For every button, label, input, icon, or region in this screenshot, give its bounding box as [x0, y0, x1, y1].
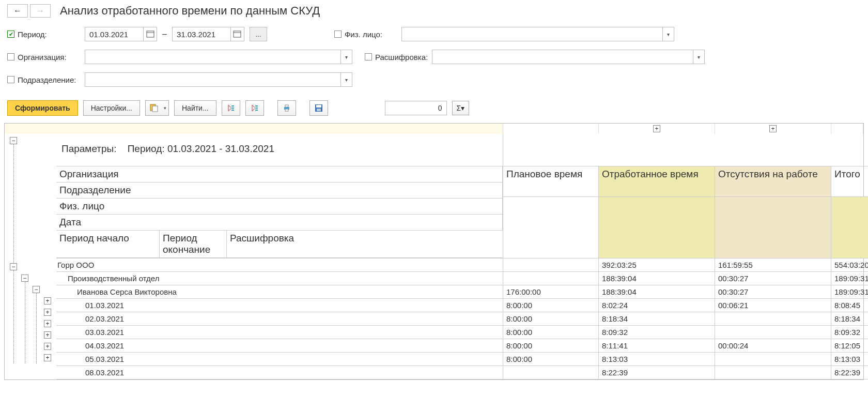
- svg-rect-0: [147, 31, 154, 37]
- svg-rect-13: [285, 105, 288, 107]
- print-button[interactable]: [277, 100, 296, 116]
- row-label[interactable]: 01.03.2021: [56, 299, 503, 312]
- chevron-down-icon[interactable]: ▾: [662, 27, 674, 41]
- rassh-checkbox[interactable]: [365, 53, 372, 60]
- row-label[interactable]: 08.03.2021: [56, 366, 503, 379]
- calendar-icon[interactable]: [230, 27, 244, 41]
- sum-button[interactable]: Σ▾: [452, 101, 470, 115]
- row-total: 189:09:31: [831, 285, 868, 299]
- header-rassh: Расшифровка: [227, 231, 503, 258]
- tree-toggle-subdiv[interactable]: −: [21, 275, 28, 282]
- row-worked: 188:39:04: [599, 285, 715, 299]
- period-from-input[interactable]: 01.03.2021: [85, 27, 157, 41]
- variants-button[interactable]: ▾: [145, 100, 169, 116]
- row-absent: 00:06:21: [715, 299, 831, 312]
- floppy-icon: [315, 104, 323, 112]
- header-period-start: Период начало: [56, 231, 160, 258]
- phys-label: Физ. лицо:: [345, 30, 382, 39]
- find-button[interactable]: Найти...: [174, 100, 216, 116]
- tree-toggle-date[interactable]: +: [44, 354, 51, 361]
- period-choose-button[interactable]: ...: [250, 27, 267, 41]
- row-label[interactable]: 02.03.2021: [56, 312, 503, 326]
- org-combo[interactable]: ▾: [85, 50, 352, 64]
- phys-checkbox[interactable]: [334, 31, 342, 38]
- row-worked: 8:02:24: [599, 299, 715, 312]
- svg-rect-8: [231, 110, 234, 111]
- arrow-left-icon: ←: [13, 7, 22, 15]
- phys-label-wrap: Физ. лицо:: [334, 30, 401, 39]
- sub-combo[interactable]: ▾: [85, 72, 352, 87]
- row-total: 8:13:03: [831, 353, 868, 366]
- form-button[interactable]: Сформировать: [7, 100, 78, 116]
- row-plan: 8:00:00: [503, 326, 599, 339]
- expand-bar: + +: [5, 124, 863, 134]
- org-label-wrap: Организация:: [7, 53, 85, 62]
- row-plan: [503, 366, 599, 379]
- tree-toggle-person[interactable]: −: [33, 286, 40, 293]
- tree-toggle-top[interactable]: −: [10, 137, 17, 144]
- tree-toggle-date[interactable]: +: [44, 331, 51, 339]
- row-absent: 00:00:24: [715, 339, 831, 353]
- phys-combo[interactable]: ▾: [401, 27, 674, 41]
- row-absent: [715, 353, 831, 366]
- report-params: Параметры: Период: 01.03.2021 - 31.03.20…: [56, 134, 503, 166]
- top-bar: ← → Анализ отработанного времени по данн…: [0, 0, 868, 23]
- period-label-wrap: ✔ Период:: [7, 30, 85, 39]
- printer-icon: [283, 104, 291, 112]
- chevron-down-icon[interactable]: ▾: [340, 73, 352, 86]
- sum-value-input[interactable]: 0: [385, 101, 447, 115]
- sub-checkbox[interactable]: [7, 76, 14, 83]
- svg-rect-7: [231, 108, 234, 109]
- collapse-icon: [251, 104, 259, 112]
- chevron-down-icon: ▾: [164, 105, 166, 111]
- row-label[interactable]: 03.03.2021: [56, 326, 503, 339]
- period-to-input[interactable]: 31.03.2021: [172, 27, 244, 41]
- report-grid: − − − − + + + + + +: [5, 134, 863, 379]
- tree-toggle-date[interactable]: +: [44, 343, 51, 350]
- header-sub: Подразделение: [56, 182, 503, 199]
- arrow-right-icon: →: [36, 7, 44, 15]
- row-worked: 8:11:41: [599, 339, 715, 353]
- row-label[interactable]: Производственный отдел: [56, 272, 503, 285]
- svg-rect-10: [255, 108, 258, 109]
- group-header-cell: Организация Подразделение Физ. лицо Дата…: [56, 166, 503, 258]
- col-expand-absent[interactable]: +: [769, 125, 777, 132]
- tree-toggle-date[interactable]: +: [44, 320, 51, 327]
- row-label[interactable]: Горр ООО: [56, 258, 503, 272]
- save-button[interactable]: [309, 100, 328, 116]
- row-label[interactable]: Иванова Серса Викторовна: [56, 285, 503, 299]
- tree-toggle-date[interactable]: +: [44, 297, 51, 304]
- header-worked: Отработанное время: [599, 166, 715, 197]
- chevron-down-icon[interactable]: ▾: [693, 50, 704, 64]
- nav-back-button[interactable]: ←: [7, 4, 28, 18]
- row-worked: 392:03:25: [599, 258, 715, 272]
- svg-rect-2: [234, 31, 241, 37]
- nav-forward-button[interactable]: →: [30, 4, 51, 18]
- row-label[interactable]: 05.03.2021: [56, 353, 503, 366]
- chevron-down-icon[interactable]: ▾: [340, 50, 352, 64]
- svg-rect-16: [316, 105, 321, 108]
- expand-all-button[interactable]: [222, 100, 240, 116]
- settings-button[interactable]: Настройки...: [83, 100, 140, 116]
- row-worked: 188:39:04: [599, 272, 715, 285]
- org-checkbox[interactable]: [7, 53, 14, 60]
- collapse-all-button[interactable]: [245, 100, 264, 116]
- header-absent: Отсутствия на работе: [715, 166, 831, 197]
- row-absent: 00:30:27: [715, 272, 831, 285]
- calendar-icon[interactable]: [143, 27, 157, 41]
- svg-rect-9: [255, 105, 258, 106]
- tree-toggle-date[interactable]: +: [44, 309, 51, 316]
- row-worked: 8:13:03: [599, 353, 715, 366]
- row-label[interactable]: 04.03.2021: [56, 339, 503, 353]
- row-worked: 8:18:34: [599, 312, 715, 326]
- rassh-combo[interactable]: ▾: [432, 50, 705, 64]
- period-checkbox[interactable]: ✔: [7, 31, 14, 38]
- row-total: 189:09:31: [831, 272, 868, 285]
- tree-toggle-org[interactable]: −: [10, 263, 17, 270]
- row-total: 8:08:45: [831, 299, 868, 312]
- row-total: 8:09:32: [831, 326, 868, 339]
- row-plan: 8:00:00: [503, 299, 599, 312]
- period-dash: –: [162, 29, 167, 39]
- chevron-down-icon: ▾: [461, 104, 464, 112]
- col-expand-worked[interactable]: +: [653, 125, 660, 132]
